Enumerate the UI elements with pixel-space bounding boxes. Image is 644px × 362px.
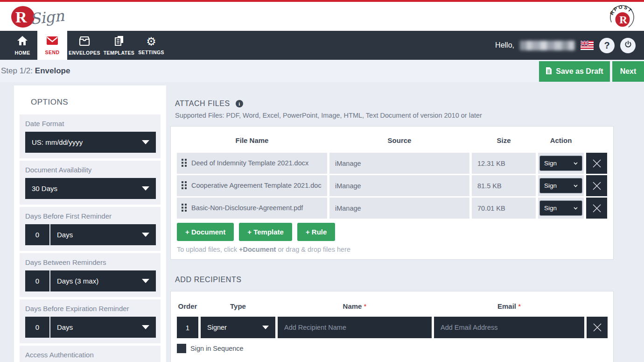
file-source: iManage <box>329 175 469 196</box>
file-row: Basic-Non-Disclosure-Agreement.pdf iMana… <box>177 198 607 219</box>
chevron-down-icon <box>142 325 149 329</box>
tab-settings[interactable]: ⚙ SETTINGS <box>136 31 166 60</box>
nav-user-area: Hello, ? <box>495 31 644 60</box>
add-document-button[interactable]: + Document <box>177 223 234 241</box>
rsign-script-glyph: Sign <box>29 7 65 28</box>
options-title: OPTIONS <box>31 98 166 107</box>
next-label: Next <box>620 67 637 76</box>
days-before-first-reminder-dropdown[interactable]: Days <box>50 224 156 245</box>
file-table-header: File Name Source Size Action <box>177 133 607 149</box>
next-button[interactable]: Next <box>612 61 644 82</box>
home-icon <box>17 35 28 48</box>
rsign-r-glyph: R <box>15 8 27 26</box>
document-availability-value: 30 Days <box>32 185 57 192</box>
chevron-down-icon <box>142 140 149 144</box>
chevron-down-icon <box>142 186 149 191</box>
tab-send[interactable]: SEND <box>37 31 67 60</box>
drag-handle-icon[interactable] <box>182 204 187 214</box>
col-name: Name * <box>278 298 432 317</box>
action-select[interactable]: Sign <box>539 156 582 171</box>
attach-files-title: ATTACH FILES <box>175 99 230 108</box>
app-header: R Sign RPOST R <box>0 2 644 31</box>
option-date-format: Date Format US: mm/dd/yyyy <box>20 114 161 158</box>
action-select[interactable]: Sign <box>539 178 582 193</box>
logout-button[interactable] <box>620 38 636 53</box>
date-format-dropdown[interactable]: US: mm/dd/yyyy <box>25 132 156 153</box>
help-button[interactable]: ? <box>599 38 615 53</box>
upload-hint-bold: +Document <box>239 246 276 253</box>
tab-envelopes-label: ENVELOPES <box>69 50 100 56</box>
chevron-down-icon <box>574 185 578 187</box>
main-nav: HOME SEND ENVELOPES TEMPLATES ⚙ SETTINGS… <box>0 31 644 60</box>
option-label: Days Between Reminders <box>25 258 156 266</box>
tab-home[interactable]: HOME <box>7 31 37 60</box>
recipient-row: 1 Signer <box>177 317 607 338</box>
option-document-availability: Document Availability 30 Days <box>20 161 161 205</box>
days-before-first-reminder-number[interactable]: 0 <box>25 224 49 245</box>
action-value: Sign <box>544 160 557 167</box>
add-rule-button[interactable]: + Rule <box>297 223 335 241</box>
info-icon[interactable]: i <box>236 100 243 107</box>
remove-file-button[interactable] <box>586 175 607 196</box>
save-as-draft-label: Save as Draft <box>556 67 603 76</box>
chevron-down-icon <box>574 207 578 210</box>
option-label: Date Format <box>25 120 156 128</box>
remove-recipient-button[interactable] <box>587 317 608 338</box>
language-flag-icon[interactable] <box>581 41 594 50</box>
step-bar: Step 1/2: Envelope Save as Draft Next <box>0 60 644 82</box>
templates-pages-icon <box>113 35 125 48</box>
remove-file-button[interactable] <box>586 153 607 174</box>
file-size: 81.5 KB <box>472 175 536 196</box>
action-select[interactable]: Sign <box>539 200 582 216</box>
option-label: Days Before First Reminder <box>25 212 156 220</box>
days-before-expiration-reminder-dropdown[interactable]: Days <box>50 317 156 338</box>
save-as-draft-button[interactable]: Save as Draft <box>539 61 610 82</box>
days-between-reminders-number[interactable]: 0 <box>25 270 49 291</box>
option-label: Document Availability <box>25 166 156 174</box>
file-source: iManage <box>329 153 469 174</box>
remove-file-button[interactable] <box>586 198 607 219</box>
rpost-r-glyph: R <box>619 14 627 26</box>
rsign-logo[interactable]: R Sign <box>10 4 66 32</box>
add-template-button[interactable]: + Template <box>239 223 292 241</box>
days-before-expiration-reminder-number[interactable]: 0 <box>25 317 49 338</box>
chevron-down-icon <box>142 279 149 283</box>
file-size: 12.31 KB <box>472 153 536 174</box>
tab-settings-label: SETTINGS <box>138 50 164 55</box>
file-source: iManage <box>329 198 469 219</box>
document-availability-dropdown[interactable]: 30 Days <box>25 178 156 199</box>
recipients-header: Order Type Name * Email * <box>177 298 607 317</box>
file-name-cell: Cooperative Agreement Template 2021.doc <box>177 175 327 196</box>
close-icon <box>592 322 603 333</box>
sign-in-sequence-checkbox[interactable] <box>177 344 186 353</box>
drag-handle-icon[interactable] <box>182 181 187 192</box>
user-name-redacted <box>520 41 575 50</box>
recipient-type-dropdown[interactable]: Signer <box>201 317 275 338</box>
drag-handle-icon[interactable] <box>182 159 187 170</box>
option-days-before-first-reminder: Days Before First Reminder 0 Days <box>20 207 161 251</box>
col-order: Order <box>177 298 198 317</box>
recipient-email-input[interactable] <box>434 317 584 338</box>
power-icon <box>624 40 632 51</box>
recipient-name-input[interactable] <box>278 317 432 338</box>
upload-hint-suffix: or drag & drop files here <box>276 246 350 253</box>
envelopes-box-icon <box>78 35 91 48</box>
chevron-down-icon <box>142 233 149 237</box>
option-label: Access Authentication <box>25 351 156 359</box>
step-indicator: Step 1/2: Envelope <box>0 66 70 76</box>
tab-templates[interactable]: TEMPLATES <box>102 31 136 60</box>
days-between-reminders-dropdown[interactable]: Days (3 max) <box>50 270 156 291</box>
supported-files-note: Supported Files: PDF, Word, Excel, Power… <box>175 112 614 119</box>
close-icon <box>591 203 602 214</box>
file-size: 70.01 KB <box>472 198 536 219</box>
col-action: Action <box>538 133 584 149</box>
tab-envelopes[interactable]: ENVELOPES <box>67 31 102 60</box>
nav-tabs: HOME SEND ENVELOPES TEMPLATES ⚙ SETTINGS <box>7 31 166 60</box>
upload-hint: To upload files, click +Document or drag… <box>177 246 607 253</box>
tab-home-label: HOME <box>14 50 30 56</box>
file-name: Cooperative Agreement Template 2021.doc <box>191 182 322 189</box>
option-days-between-reminders: Days Between Reminders 0 Days (3 max) <box>20 253 161 297</box>
required-asterisk: * <box>518 302 521 310</box>
attach-files-card: File Name Source Size Action Deed of Ind… <box>170 126 614 260</box>
main-content: ATTACH FILES i Supported Files: PDF, Wor… <box>170 85 614 362</box>
